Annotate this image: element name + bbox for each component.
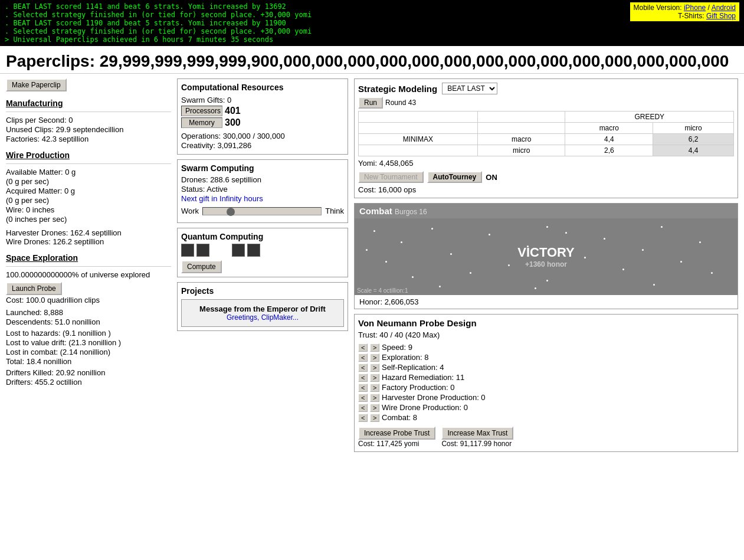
harvester-increase-button[interactable]: > [370,394,379,402]
memory-value: 300 [225,117,241,128]
cell-micro-macro: 2,6 [565,145,653,156]
self-rep-decrease-button[interactable]: < [358,363,368,372]
project-msg-title: Message from the Emperor of Drift [186,304,339,313]
macro-row-label: macro [477,134,565,145]
wire-increase-button[interactable]: > [370,404,379,412]
swarm-status: Status: Active [181,185,344,194]
right-panel: Strategic Modeling BEAT LAST Run Round 4… [354,78,738,452]
harvester-decrease-button[interactable]: < [358,394,368,402]
log-line-4: . Selected strategy finished in (or tied… [5,27,739,35]
log-line-1: . BEAT LAST scored 1141 and beat 6 strat… [5,2,739,11]
strategy-table: GREEDY macro micro MINIMAX macro 4,4 6,2… [358,111,734,156]
factory-decrease-button[interactable]: < [358,384,368,392]
combat-sub: Burgos 16 [395,208,427,216]
drifters-killed: Drifters Killed: 20.92 nonillion [6,368,171,377]
cell-macro-micro: 6,2 [653,134,734,145]
creativity: Creativity: 3,091,286 [181,141,344,150]
self-rep-increase-button[interactable]: > [370,363,379,372]
projects-title: Projects [181,286,344,296]
wire-decrease-button[interactable]: < [358,404,368,412]
lost-combat: Lost in combat: (2.14 nonillion) [6,348,171,356]
probe-stat-combat: < > Combat: 8 [358,413,734,422]
swarm-drones: Drones: 288.6 septillion [181,175,344,184]
honor-sub: +1360 honor [517,260,575,268]
minimax-row-label: MINIMAX [359,134,478,145]
probe-trust-cost: Cost: 117,425 yomi [358,440,435,448]
exploration-label: Exploration: 8 [382,353,429,362]
launch-probe-button[interactable]: Launch Probe [6,282,62,295]
paperclips-label: Paperclips: [6,52,95,70]
exploration-decrease-button[interactable]: < [358,353,368,362]
wire-label: Wire Drone Production: 0 [382,403,468,412]
paperclips-value: 29,999,999,999,999,900,000,000,000,000,0… [100,52,729,70]
strategic-title: Strategic Modeling [358,84,437,94]
hazard-decrease-button[interactable]: < [358,374,368,382]
harvester-label: Harvester Drone Production: 0 [382,393,486,402]
lost-drift: Lost to value drift: (21.3 nonillion ) [6,338,171,347]
comp-resources-title: Computational Resources [181,83,344,92]
launch-cost: Cost: 100.0 quadrillion clips [6,296,171,304]
lost-hazards: Lost to hazards: (9.1 nonillion ) [6,329,171,338]
exploration-increase-button[interactable]: > [370,353,379,362]
projects-panel: Projects Message from the Emperor of Dri… [177,282,348,331]
probe-stat-wire: < > Wire Drone Production: 0 [358,403,734,412]
autotourney-status: ON [486,173,497,182]
speed-increase-button[interactable]: > [370,343,379,352]
processors-label: Processors [181,106,222,116]
trust-line: Trust: 40 / 40 (420 Max) [358,330,734,339]
probe-stat-hazard: < > Hazard Remediation: 11 [358,373,734,382]
autotourney-button[interactable]: AutoTourney [427,171,483,183]
macro-col-header: macro [565,123,653,134]
probe-title: Von Neumann Probe Design [358,318,734,328]
operations: Operations: 300,000 / 300,000 [181,132,344,140]
run-button[interactable]: Run [358,97,383,109]
combat-panel: Combat Burgos 16 [354,203,738,309]
combat-decrease-button[interactable]: < [358,414,368,422]
factories: Factories: 42.3 septillion [6,135,171,143]
available-matter: Available Matter: 0 g [6,168,171,176]
cell-macro-macro: 4,4 [565,134,653,145]
new-tournament-button[interactable]: New Tournament [358,171,424,183]
strategy-dropdown[interactable]: BEAT LAST [442,83,497,94]
compute-button[interactable]: Compute [181,260,222,273]
factory-label: Factory Production: 0 [382,383,455,392]
strategic-modeling-panel: Strategic Modeling BEAT LAST Run Round 4… [354,78,738,198]
tshirts-label: T-Shirts: [678,12,704,20]
work-think-slider[interactable] [202,207,322,215]
increase-probe-trust-button[interactable]: Increase Probe Trust [358,427,435,440]
qbit-3 [232,244,245,257]
probe-stat-speed: < > Speed: 9 [358,343,734,352]
acquired-per-sec: (0 g per sec) [6,196,171,205]
wire-production-title: Wire Production [6,150,171,160]
probe-design-panel: Von Neumann Probe Design Trust: 40 / 40 … [354,314,738,452]
log-line-3: . BEAT LAST scored 1190 and beat 5 strat… [5,19,739,27]
greedy-header: GREEDY [565,112,734,123]
honor: Honor: 2,606,053 [355,295,738,309]
hazard-increase-button[interactable]: > [370,374,379,382]
probe-stat-harvester: < > Harvester Drone Production: 0 [358,393,734,402]
victory-text: VICTORY +1360 honor [517,245,575,268]
qbit-1 [196,244,209,257]
micro-row-label: micro [477,145,565,156]
gift-shop-link[interactable]: Gift Shop [706,12,736,20]
qbit-4 [247,244,260,257]
max-trust-cost: Cost: 91,117.99 honor [441,440,513,448]
combat-increase-button[interactable]: > [370,414,379,422]
iphone-link[interactable]: iPhone [684,4,706,12]
combat-header: Combat Burgos 16 [355,204,738,218]
make-paperclip-button[interactable]: Make Paperclip [6,78,67,91]
next-gift: Next gift in Infinity hours [181,194,344,203]
log-line-5: > Universal Paperclips achieved in 6 hou… [5,35,739,44]
computational-resources-panel: Computational Resources Swarm Gifts: 0 P… [177,78,348,155]
speed-decrease-button[interactable]: < [358,343,368,352]
wire: Wire: 0 inches [6,205,171,214]
scale-text: Scale = 4 octillion:1 [357,287,408,294]
factory-increase-button[interactable]: > [370,384,379,392]
combat-canvas: VICTORY +1360 honor Scale = 4 octillion:… [355,218,738,295]
increase-max-trust-button[interactable]: Increase Max Trust [441,427,513,440]
swarm-panel: Swarm Computing Drones: 288.6 septillion… [177,159,348,223]
swarm-gifts: Swarm Gifts: 0 [181,96,344,104]
drifters: Drifters: 455.2 octillion [6,378,171,387]
android-link[interactable]: Android [712,4,736,12]
work-label: Work [181,207,199,215]
